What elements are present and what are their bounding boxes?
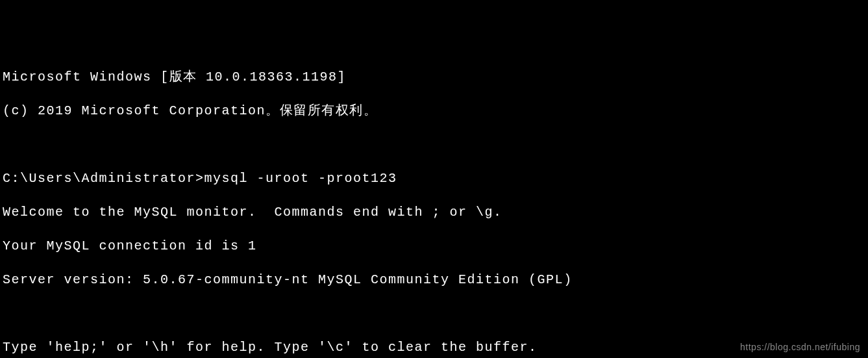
command-prompt-path: C:\Users\Administrator> <box>3 170 205 187</box>
mysql-welcome-line: Welcome to the MySQL monitor. Commands e… <box>3 204 865 221</box>
mysql-connection-line: Your MySQL connection id is 1 <box>3 238 865 255</box>
entered-command: mysql -uroot -proot123 <box>205 170 397 187</box>
blank-line <box>3 136 865 153</box>
command-prompt-line: C:\Users\Administrator>mysql -uroot -pro… <box>3 170 865 187</box>
mysql-help-line: Type 'help;' or '\h' for help. Type '\c'… <box>3 339 865 356</box>
copyright-line: (c) 2019 Microsoft Corporation。保留所有权利。 <box>3 103 865 120</box>
os-version-line: Microsoft Windows [版本 10.0.18363.1198] <box>3 69 865 86</box>
watermark-text: https://blog.csdn.net/ifubing <box>740 341 860 353</box>
blank-line <box>3 305 865 322</box>
mysql-version-line: Server version: 5.0.67-community-nt MySQ… <box>3 272 865 288</box>
